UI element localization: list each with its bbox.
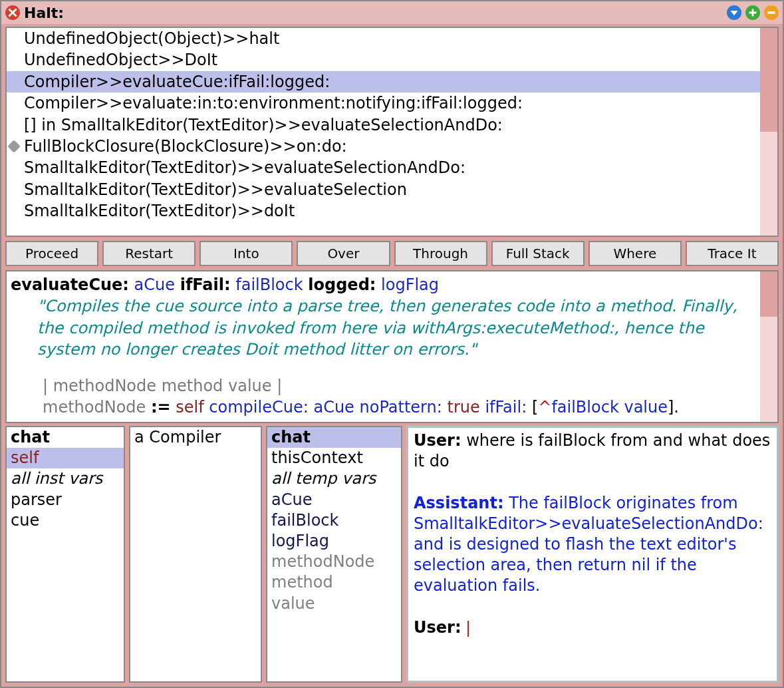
list-item[interactable]: logFlag — [267, 531, 401, 552]
stack-frame[interactable]: [] in SmalltalkEditor(TextEditor)>>evalu… — [7, 114, 760, 136]
inspector-row: chatselfall inst varsparsercue a Compile… — [1, 426, 783, 687]
code-comment: "Compiles the cue source into a parse tr… — [11, 295, 756, 360]
stack-frame[interactable]: SmalltalkEditor(TextEditor)>>evaluateSel… — [7, 179, 760, 200]
list-item[interactable]: value — [267, 594, 401, 614]
code-line: methodNode := self compileCue: aCue noPa… — [11, 397, 756, 418]
stack-frame-label: UndefinedObject(Object)>>halt — [24, 29, 279, 48]
code-scrollbar[interactable] — [760, 271, 777, 422]
list-item[interactable]: all inst vars — [7, 468, 124, 489]
scroll-thumb[interactable] — [760, 271, 777, 317]
stack-frame-label: SmalltalkEditor(TextEditor)>>evaluateSel… — [24, 158, 465, 177]
minimize-icon[interactable] — [764, 5, 779, 20]
stack-frame-label: SmalltalkEditor(TextEditor)>>doIt — [24, 202, 295, 220]
stack-frame[interactable]: UndefinedObject>>DoIt — [7, 49, 760, 71]
context-vars-list[interactable]: chatthisContextall temp varsaCuefailBloc… — [266, 426, 402, 683]
where-button[interactable]: Where — [588, 241, 682, 266]
stack-frame[interactable]: UndefinedObject(Object)>>halt — [7, 28, 760, 49]
restart-button[interactable]: Restart — [102, 241, 196, 266]
receiver-list-header[interactable]: chat — [7, 427, 124, 448]
chat-user-label: User: — [414, 431, 461, 450]
code-pane: evaluateCue: aCue ifFail: failBlock logg… — [5, 270, 779, 423]
receiver-value: a Compiler — [134, 428, 221, 446]
receiver-vars-list[interactable]: chatselfall inst varsparsercue — [5, 426, 125, 683]
code-signature: evaluateCue: aCue ifFail: failBlock logg… — [11, 274, 756, 295]
chat-user-msg: where is failBlock from and what does it… — [414, 431, 770, 470]
stack-frame-label: FullBlockClosure(BlockClosure)>>on:do: — [24, 137, 347, 156]
maximize-icon[interactable] — [745, 5, 760, 20]
list-item[interactable]: failBlock — [267, 510, 401, 531]
titlebar: Halt: — [1, 1, 783, 24]
trace-it-button[interactable]: Trace It — [686, 241, 779, 266]
text-cursor — [467, 621, 469, 637]
list-item[interactable]: self — [7, 448, 124, 468]
chat-assistant-label: Assistant: — [414, 494, 503, 512]
stack-list[interactable]: UndefinedObject(Object)>>haltUndefinedOb… — [7, 28, 760, 236]
context-list-header[interactable]: chat — [267, 427, 401, 448]
stack-pane: UndefinedObject(Object)>>haltUndefinedOb… — [5, 27, 779, 237]
list-item[interactable]: cue — [7, 510, 124, 531]
code-tempdecl: | methodNode method value | — [11, 375, 756, 397]
through-button[interactable]: Through — [394, 241, 487, 266]
diamond-icon — [7, 140, 21, 153]
into-button[interactable]: Into — [199, 241, 293, 266]
close-icon[interactable] — [5, 5, 20, 20]
list-item[interactable]: aCue — [267, 490, 401, 510]
debugger-window: Halt: UndefinedObject(Object)>>haltUndef… — [0, 0, 784, 688]
list-item[interactable]: methodNode — [267, 552, 401, 572]
stack-frame[interactable]: SmalltalkEditor(TextEditor)>>evaluateSel… — [7, 157, 760, 178]
stack-frame[interactable]: Compiler>>evaluate:in:to:environment:not… — [7, 92, 760, 114]
chat-user-label: User: — [414, 618, 461, 637]
stack-frame-label: UndefinedObject>>DoIt — [24, 51, 217, 69]
stack-frame[interactable]: FullBlockClosure(BlockClosure)>>on:do: — [7, 136, 760, 157]
window-title: Halt: — [24, 5, 64, 21]
code-text[interactable]: evaluateCue: aCue ifFail: failBlock logg… — [7, 271, 760, 422]
list-item[interactable]: thisContext — [267, 448, 401, 468]
stack-frame-label: Compiler>>evaluate:in:to:environment:not… — [24, 94, 523, 112]
stack-frame-label: [] in SmalltalkEditor(TextEditor)>>evalu… — [24, 116, 503, 134]
stack-frame[interactable]: SmalltalkEditor(TextEditor)>>doIt — [7, 200, 760, 222]
list-item[interactable]: method — [267, 572, 401, 593]
over-button[interactable]: Over — [297, 241, 390, 266]
list-item[interactable]: parser — [7, 490, 124, 510]
stack-frame[interactable]: Compiler>>evaluateCue:ifFail:logged: — [7, 71, 760, 92]
chat-pane[interactable]: User: where is failBlock from and what d… — [406, 426, 779, 683]
full-stack-button[interactable]: Full Stack — [491, 241, 585, 266]
receiver-value-pane[interactable]: a Compiler — [129, 426, 262, 683]
stack-frame-label: Compiler>>evaluateCue:ifFail:logged: — [24, 73, 330, 91]
menu-icon[interactable] — [727, 5, 741, 20]
stack-frame-label: SmalltalkEditor(TextEditor)>>evaluateSel… — [24, 180, 407, 199]
list-item[interactable]: all temp vars — [267, 468, 401, 489]
proceed-button[interactable]: Proceed — [5, 241, 98, 266]
debugger-button-bar: ProceedRestartIntoOverThroughFull StackW… — [1, 238, 783, 269]
stack-scrollbar[interactable] — [760, 28, 777, 236]
scroll-thumb[interactable] — [760, 28, 777, 132]
